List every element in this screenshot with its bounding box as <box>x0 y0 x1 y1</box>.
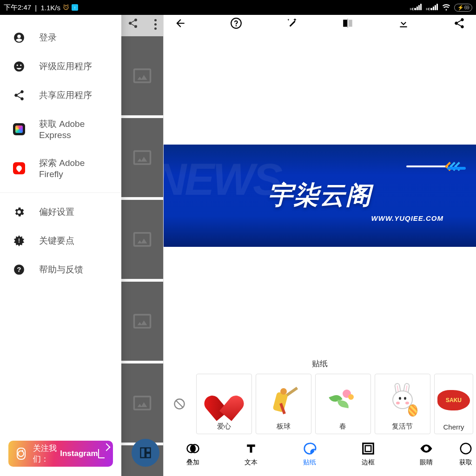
heart-icon <box>209 385 239 415</box>
smile-icon <box>13 60 25 73</box>
menu-login[interactable]: 登录 <box>0 23 121 52</box>
sticker-label: 春 <box>339 422 346 431</box>
instagram-icon <box>17 448 26 460</box>
status-time: 下午2:47 <box>4 3 31 12</box>
menu-label: 评级应用程序 <box>39 60 92 73</box>
share-icon[interactable] <box>127 18 139 31</box>
status-app-icon: ↑ <box>72 4 78 11</box>
editor-canvas[interactable]: NEWS 宇柒云阁 WWW.YUQIEE.COM <box>164 36 476 355</box>
menu-label: 登录 <box>39 32 57 44</box>
tool-overlay[interactable]: 叠加 <box>164 437 222 471</box>
svg-point-6 <box>236 25 237 26</box>
gallery-thumb[interactable] <box>121 282 163 361</box>
menu-preferences[interactable]: 偏好设置 <box>0 198 121 226</box>
menu-help[interactable]: ? 帮助与反馈 <box>0 255 121 284</box>
spring-icon <box>327 386 359 414</box>
menu-label: 探索 Adobe Firefly <box>39 157 108 179</box>
tool-sticker[interactable]: 贴纸 <box>280 437 339 471</box>
instagram-name: Instagram <box>60 449 98 458</box>
compare-icon[interactable] <box>341 17 354 30</box>
menu-label: 关键要点 <box>39 235 74 247</box>
menu-label: 偏好设置 <box>39 206 74 218</box>
menu-key-points[interactable]: ! 关键要点 <box>0 226 121 255</box>
no-sticker-button[interactable] <box>166 374 192 434</box>
banner-bg-text: NEWS <box>164 154 281 205</box>
tool-get[interactable]: 获取 <box>456 437 476 471</box>
sakura-icon: SAKU <box>436 386 471 414</box>
gallery-thumb[interactable] <box>121 200 163 279</box>
menu-adobe-firefly[interactable]: 探索 Adobe Firefly <box>0 149 121 188</box>
banner-title: 宇柒云阁 <box>268 178 372 212</box>
collage-fab[interactable] <box>132 439 159 467</box>
magic-icon[interactable] <box>285 17 298 30</box>
tool-label: 获取 <box>459 458 472 467</box>
tool-text[interactable]: 文本 <box>222 437 281 471</box>
alarm-icon <box>62 4 70 11</box>
svg-rect-4 <box>146 448 150 452</box>
gallery-thumb[interactable] <box>121 36 163 115</box>
gallery-thumb[interactable] <box>121 364 163 443</box>
bunny-icon <box>388 383 417 416</box>
wifi-icon <box>442 3 450 13</box>
editor-pane: NEWS 宇柒云阁 WWW.YUQIEE.COM 贴纸 爱心 板球 <box>163 0 476 476</box>
sticker-easter[interactable]: 复活节 <box>375 374 430 434</box>
sticker-label: Cherry <box>443 423 464 431</box>
adobe-express-icon <box>13 123 25 135</box>
svg-point-12 <box>425 448 428 450</box>
sticker-label: 复活节 <box>392 422 413 431</box>
svg-text:!: ! <box>18 238 20 244</box>
status-sep: | <box>33 4 39 12</box>
divider <box>0 192 121 193</box>
svg-rect-5 <box>146 453 150 457</box>
signal-1-icon: HD <box>410 4 423 12</box>
menu-label: 共享应用程序 <box>39 89 92 101</box>
signal-2-icon: HD <box>426 4 438 12</box>
sticker-label: 爱心 <box>217 422 231 431</box>
sticker-section-title: 贴纸 <box>164 355 476 374</box>
sticker-label: 板球 <box>277 422 291 431</box>
menu-share-app[interactable]: 共享应用程序 <box>0 81 121 110</box>
sticker-row: 爱心 板球 春 复活节 SAKU Cherry <box>164 374 476 434</box>
share-icon <box>13 89 25 101</box>
share-icon[interactable] <box>453 17 466 30</box>
tool-label: 眼睛 <box>420 458 433 467</box>
tool-frame[interactable]: 边框 <box>339 437 397 471</box>
adobe-firefly-icon <box>13 162 25 174</box>
download-icon[interactable] <box>397 17 410 30</box>
gallery-backdrop <box>121 0 163 476</box>
gear-icon <box>13 206 25 218</box>
svg-rect-11 <box>365 446 371 452</box>
sticker-cricket[interactable]: 板球 <box>256 374 311 434</box>
svg-text:?: ? <box>17 265 21 273</box>
gallery-thumb[interactable] <box>121 118 163 197</box>
burst-icon: ! <box>13 235 25 247</box>
svg-point-13 <box>461 443 471 454</box>
menu-label: 帮助与反馈 <box>39 264 83 276</box>
status-bar: 下午2:47 | 1.1K/s ↑ HD HD ⚡69 <box>0 0 476 15</box>
instagram-follow-button[interactable]: 关注我们： Instagram <box>8 441 113 467</box>
instagram-prefix: 关注我们： <box>33 443 60 464</box>
sticker-cherry[interactable]: SAKU Cherry <box>434 374 473 434</box>
menu-rate[interactable]: 评级应用程序 <box>0 52 121 81</box>
tool-eye[interactable]: 眼睛 <box>397 437 456 471</box>
menu-adobe-express[interactable]: 获取 Adobe Express <box>0 110 121 149</box>
tool-label: 贴纸 <box>303 458 316 467</box>
svg-rect-3 <box>140 448 145 458</box>
tool-label: 叠加 <box>186 458 199 467</box>
account-icon <box>13 32 25 44</box>
more-icon[interactable] <box>154 19 157 30</box>
tool-label: 边框 <box>362 458 375 467</box>
help-icon: ? <box>13 264 25 276</box>
editor-bottombar: 叠加 文本 贴纸 边框 眼睛 获取 <box>164 434 476 476</box>
sticker-heart[interactable]: 爱心 <box>196 374 252 434</box>
tool-label: 文本 <box>245 458 258 467</box>
menu-label: 获取 Adobe Express <box>39 118 108 140</box>
banner-image: NEWS 宇柒云阁 WWW.YUQIEE.COM <box>164 145 476 247</box>
sticker-spring[interactable]: 春 <box>315 374 371 434</box>
back-button[interactable] <box>174 17 187 30</box>
nav-drawer: 登录 评级应用程序 共享应用程序 获取 Adobe Express 探索 Ado… <box>0 0 121 476</box>
help-icon[interactable] <box>230 17 243 30</box>
open-external-icon <box>98 449 105 458</box>
svg-rect-10 <box>363 443 373 454</box>
cricket-icon <box>267 383 300 416</box>
